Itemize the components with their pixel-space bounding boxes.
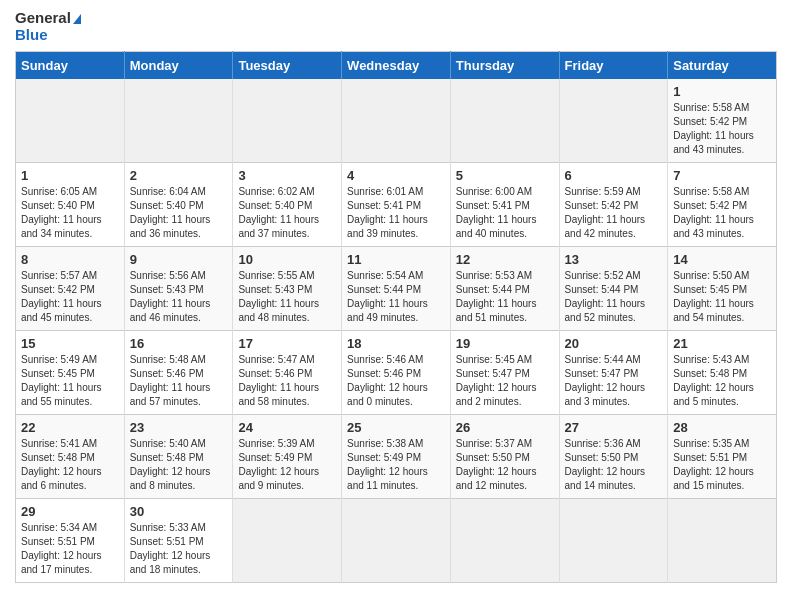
day-number: 17 xyxy=(238,336,336,351)
calendar-cell: 3Sunrise: 6:02 AMSunset: 5:40 PMDaylight… xyxy=(233,163,342,247)
day-number: 1 xyxy=(21,168,119,183)
day-info: Sunrise: 5:48 AMSunset: 5:46 PMDaylight:… xyxy=(130,353,228,409)
calendar-cell xyxy=(559,79,668,163)
calendar-cell: 13Sunrise: 5:52 AMSunset: 5:44 PMDayligh… xyxy=(559,247,668,331)
calendar-cell: 22Sunrise: 5:41 AMSunset: 5:48 PMDayligh… xyxy=(16,415,125,499)
day-number: 22 xyxy=(21,420,119,435)
calendar-cell: 11Sunrise: 5:54 AMSunset: 5:44 PMDayligh… xyxy=(342,247,451,331)
calendar-cell: 8Sunrise: 5:57 AMSunset: 5:42 PMDaylight… xyxy=(16,247,125,331)
day-info: Sunrise: 6:00 AMSunset: 5:41 PMDaylight:… xyxy=(456,185,554,241)
day-number: 27 xyxy=(565,420,663,435)
calendar-header-sunday: Sunday xyxy=(16,52,125,80)
day-info: Sunrise: 5:49 AMSunset: 5:45 PMDaylight:… xyxy=(21,353,119,409)
day-number: 16 xyxy=(130,336,228,351)
calendar-week-row: 15Sunrise: 5:49 AMSunset: 5:45 PMDayligh… xyxy=(16,331,777,415)
day-number: 5 xyxy=(456,168,554,183)
calendar-week-row: 1Sunrise: 6:05 AMSunset: 5:40 PMDaylight… xyxy=(16,163,777,247)
calendar-cell: 10Sunrise: 5:55 AMSunset: 5:43 PMDayligh… xyxy=(233,247,342,331)
day-info: Sunrise: 5:50 AMSunset: 5:45 PMDaylight:… xyxy=(673,269,771,325)
day-info: Sunrise: 5:47 AMSunset: 5:46 PMDaylight:… xyxy=(238,353,336,409)
calendar-cell: 29Sunrise: 5:34 AMSunset: 5:51 PMDayligh… xyxy=(16,499,125,583)
day-info: Sunrise: 6:01 AMSunset: 5:41 PMDaylight:… xyxy=(347,185,445,241)
day-number: 26 xyxy=(456,420,554,435)
calendar-cell xyxy=(233,499,342,583)
day-info: Sunrise: 5:55 AMSunset: 5:43 PMDaylight:… xyxy=(238,269,336,325)
day-info: Sunrise: 6:05 AMSunset: 5:40 PMDaylight:… xyxy=(21,185,119,241)
day-info: Sunrise: 5:54 AMSunset: 5:44 PMDaylight:… xyxy=(347,269,445,325)
day-number: 13 xyxy=(565,252,663,267)
day-info: Sunrise: 5:45 AMSunset: 5:47 PMDaylight:… xyxy=(456,353,554,409)
calendar-header-row: SundayMondayTuesdayWednesdayThursdayFrid… xyxy=(16,52,777,80)
calendar-cell: 6Sunrise: 5:59 AMSunset: 5:42 PMDaylight… xyxy=(559,163,668,247)
calendar-week-row: 29Sunrise: 5:34 AMSunset: 5:51 PMDayligh… xyxy=(16,499,777,583)
day-number: 9 xyxy=(130,252,228,267)
calendar-cell: 28Sunrise: 5:35 AMSunset: 5:51 PMDayligh… xyxy=(668,415,777,499)
calendar-cell: 26Sunrise: 5:37 AMSunset: 5:50 PMDayligh… xyxy=(450,415,559,499)
calendar-cell: 25Sunrise: 5:38 AMSunset: 5:49 PMDayligh… xyxy=(342,415,451,499)
day-info: Sunrise: 5:46 AMSunset: 5:46 PMDaylight:… xyxy=(347,353,445,409)
calendar-cell: 14Sunrise: 5:50 AMSunset: 5:45 PMDayligh… xyxy=(668,247,777,331)
day-number: 12 xyxy=(456,252,554,267)
calendar-cell xyxy=(233,79,342,163)
calendar-header-friday: Friday xyxy=(559,52,668,80)
calendar-cell xyxy=(16,79,125,163)
day-number: 20 xyxy=(565,336,663,351)
calendar-cell: 7Sunrise: 5:58 AMSunset: 5:42 PMDaylight… xyxy=(668,163,777,247)
day-number: 29 xyxy=(21,504,119,519)
calendar-header-thursday: Thursday xyxy=(450,52,559,80)
calendar-header-wednesday: Wednesday xyxy=(342,52,451,80)
day-number: 2 xyxy=(130,168,228,183)
day-number: 14 xyxy=(673,252,771,267)
day-number: 18 xyxy=(347,336,445,351)
day-info: Sunrise: 5:38 AMSunset: 5:49 PMDaylight:… xyxy=(347,437,445,493)
calendar-cell: 27Sunrise: 5:36 AMSunset: 5:50 PMDayligh… xyxy=(559,415,668,499)
day-info: Sunrise: 5:34 AMSunset: 5:51 PMDaylight:… xyxy=(21,521,119,577)
calendar-cell: 15Sunrise: 5:49 AMSunset: 5:45 PMDayligh… xyxy=(16,331,125,415)
day-number: 30 xyxy=(130,504,228,519)
page: General Blue SundayMondayTuesdayWednesda… xyxy=(0,0,792,593)
calendar-cell xyxy=(342,79,451,163)
day-number: 19 xyxy=(456,336,554,351)
day-info: Sunrise: 5:37 AMSunset: 5:50 PMDaylight:… xyxy=(456,437,554,493)
calendar-cell: 18Sunrise: 5:46 AMSunset: 5:46 PMDayligh… xyxy=(342,331,451,415)
day-info: Sunrise: 6:02 AMSunset: 5:40 PMDaylight:… xyxy=(238,185,336,241)
calendar-cell xyxy=(450,499,559,583)
day-info: Sunrise: 5:53 AMSunset: 5:44 PMDaylight:… xyxy=(456,269,554,325)
day-info: Sunrise: 5:35 AMSunset: 5:51 PMDaylight:… xyxy=(673,437,771,493)
day-number: 15 xyxy=(21,336,119,351)
calendar-cell: 4Sunrise: 6:01 AMSunset: 5:41 PMDaylight… xyxy=(342,163,451,247)
calendar-cell: 17Sunrise: 5:47 AMSunset: 5:46 PMDayligh… xyxy=(233,331,342,415)
calendar-cell: 12Sunrise: 5:53 AMSunset: 5:44 PMDayligh… xyxy=(450,247,559,331)
calendar-header-tuesday: Tuesday xyxy=(233,52,342,80)
calendar-cell: 20Sunrise: 5:44 AMSunset: 5:47 PMDayligh… xyxy=(559,331,668,415)
day-number: 4 xyxy=(347,168,445,183)
day-number: 25 xyxy=(347,420,445,435)
day-info: Sunrise: 5:57 AMSunset: 5:42 PMDaylight:… xyxy=(21,269,119,325)
day-info: Sunrise: 5:56 AMSunset: 5:43 PMDaylight:… xyxy=(130,269,228,325)
day-info: Sunrise: 5:58 AMSunset: 5:42 PMDaylight:… xyxy=(673,185,771,241)
day-number: 11 xyxy=(347,252,445,267)
day-info: Sunrise: 5:39 AMSunset: 5:49 PMDaylight:… xyxy=(238,437,336,493)
calendar-cell: 5Sunrise: 6:00 AMSunset: 5:41 PMDaylight… xyxy=(450,163,559,247)
calendar-cell xyxy=(559,499,668,583)
calendar-header-monday: Monday xyxy=(124,52,233,80)
calendar-header-saturday: Saturday xyxy=(668,52,777,80)
day-number: 3 xyxy=(238,168,336,183)
day-info: Sunrise: 5:52 AMSunset: 5:44 PMDaylight:… xyxy=(565,269,663,325)
day-number: 23 xyxy=(130,420,228,435)
logo: General Blue xyxy=(15,10,81,43)
day-info: Sunrise: 5:58 AMSunset: 5:42 PMDaylight:… xyxy=(673,101,771,157)
day-info: Sunrise: 5:33 AMSunset: 5:51 PMDaylight:… xyxy=(130,521,228,577)
calendar-week-row: 8Sunrise: 5:57 AMSunset: 5:42 PMDaylight… xyxy=(16,247,777,331)
day-info: Sunrise: 6:04 AMSunset: 5:40 PMDaylight:… xyxy=(130,185,228,241)
day-number: 8 xyxy=(21,252,119,267)
day-info: Sunrise: 5:36 AMSunset: 5:50 PMDaylight:… xyxy=(565,437,663,493)
day-info: Sunrise: 5:44 AMSunset: 5:47 PMDaylight:… xyxy=(565,353,663,409)
day-info: Sunrise: 5:41 AMSunset: 5:48 PMDaylight:… xyxy=(21,437,119,493)
day-info: Sunrise: 5:59 AMSunset: 5:42 PMDaylight:… xyxy=(565,185,663,241)
calendar-table: SundayMondayTuesdayWednesdayThursdayFrid… xyxy=(15,51,777,583)
calendar-cell: 1Sunrise: 5:58 AMSunset: 5:42 PMDaylight… xyxy=(668,79,777,163)
calendar-cell xyxy=(342,499,451,583)
day-number: 21 xyxy=(673,336,771,351)
day-number: 28 xyxy=(673,420,771,435)
